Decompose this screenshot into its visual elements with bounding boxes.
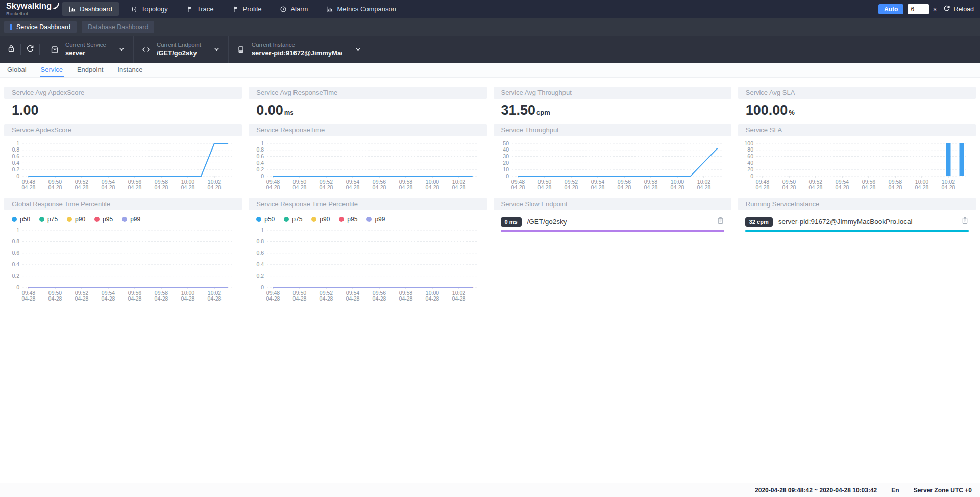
- selector-current-service[interactable]: Current Serviceserver: [42, 36, 133, 63]
- chart-service-responsetime: 00.20.40.60.8109:4804-2809:5004-2809:520…: [249, 140, 486, 193]
- reload-button[interactable]: Reload: [943, 5, 974, 13]
- svg-text:0.8: 0.8: [257, 238, 264, 244]
- clipboard-icon: [717, 217, 724, 227]
- svg-text:10:0004-28: 10:0004-28: [670, 179, 684, 190]
- svg-text:0.8: 0.8: [12, 238, 19, 244]
- svg-text:0.6: 0.6: [12, 153, 19, 159]
- chart-card-service-throughput: Service Throughput0102030405009:4804-280…: [494, 124, 731, 193]
- svg-text:09:5204-28: 09:5204-28: [320, 179, 333, 190]
- chart-icon: [326, 6, 333, 13]
- chevron-down-icon: [118, 46, 125, 53]
- dash-tab-database-dashboard[interactable]: Database Dashboard: [82, 21, 154, 33]
- nav-item-label: Alarm: [290, 5, 308, 13]
- active-tab-marker: [10, 24, 12, 30]
- svg-text:0.6: 0.6: [257, 153, 264, 159]
- item-underline-bar: [745, 230, 969, 232]
- svg-text:09:4804-28: 09:4804-28: [266, 290, 280, 302]
- nav-item-label: Profile: [243, 5, 262, 13]
- svg-text:0.4: 0.4: [12, 160, 19, 166]
- metric-unit: %: [789, 109, 795, 116]
- view-tab-global[interactable]: Global: [7, 66, 27, 77]
- legend-dot: [94, 217, 100, 222]
- legend-dot: [339, 217, 344, 222]
- legend-label: p99: [375, 216, 385, 223]
- legend-label: p90: [320, 216, 330, 223]
- chart-service-sla: 02040608010009:4804-2809:5004-2809:5204-…: [738, 140, 976, 193]
- nav-item-topology[interactable]: Topology: [124, 2, 175, 16]
- view-tab-endpoint[interactable]: Endpoint: [77, 66, 103, 77]
- svg-text:0: 0: [16, 284, 19, 290]
- reload-interval-input[interactable]: [908, 4, 929, 14]
- nav-item-alarm[interactable]: Alarm: [273, 2, 315, 16]
- nav-item-dashboard[interactable]: Dashboard: [62, 2, 119, 16]
- svg-text:09:5404-28: 09:5404-28: [102, 290, 115, 302]
- legend-item-p90[interactable]: p90: [311, 216, 330, 223]
- language-selector[interactable]: En: [891, 487, 899, 494]
- metric-card-service-avg-apdexscore: Service Avg ApdexScore1.00: [4, 87, 242, 119]
- selector-value: /GET/go2sky: [157, 49, 201, 57]
- svg-text:20: 20: [747, 166, 753, 172]
- legend-item-p99[interactable]: p99: [122, 216, 140, 223]
- svg-text:1: 1: [261, 227, 264, 233]
- legend-item-p90[interactable]: p90: [67, 216, 85, 223]
- svg-text:50: 50: [503, 140, 509, 146]
- lock-button[interactable]: [2, 36, 20, 63]
- svg-text:09:5604-28: 09:5604-28: [862, 179, 875, 190]
- copy-button[interactable]: [717, 217, 724, 227]
- view-tab-instance[interactable]: Instance: [117, 66, 142, 77]
- svg-text:1: 1: [261, 140, 264, 146]
- dash-tab-label: Service Dashboard: [16, 23, 70, 31]
- legend-item-p75[interactable]: p75: [284, 216, 302, 223]
- svg-text:0.2: 0.2: [12, 272, 19, 279]
- svg-text:0: 0: [261, 284, 264, 290]
- selector-groups: Current ServiceserverCurrent Endpoint/GE…: [42, 36, 370, 63]
- copy-button[interactable]: [961, 217, 969, 227]
- legend-item-p75[interactable]: p75: [39, 216, 58, 223]
- svg-text:09:5404-28: 09:5404-28: [346, 290, 360, 302]
- legend-label: p95: [103, 216, 113, 223]
- legend-dot: [39, 217, 44, 222]
- service-icon: [51, 45, 59, 54]
- nav-item-metrics-comparison[interactable]: Metrics Comparison: [319, 2, 403, 16]
- legend-item-p99[interactable]: p99: [366, 216, 385, 223]
- selector-current-instance[interactable]: Current Instanceserver-pid:91672@JimmyMa…: [228, 36, 370, 63]
- list-item: 0 ms/GET/go2sky: [501, 217, 724, 227]
- card-title: Service Avg Throughput: [494, 87, 731, 99]
- auto-reload-button[interactable]: Auto: [878, 4, 903, 14]
- refresh-button[interactable]: [21, 36, 39, 63]
- value-badge: 32 cpm: [745, 217, 773, 227]
- nav-item-label: Topology: [141, 5, 168, 13]
- svg-text:0: 0: [261, 173, 264, 179]
- nav-item-trace[interactable]: Trace: [179, 2, 221, 16]
- card-title: Service Slow Endpoint: [494, 198, 731, 210]
- metric-value: 1.00: [12, 103, 39, 118]
- svg-text:09:5804-28: 09:5804-28: [155, 290, 168, 302]
- app-subtitle: Rocketbot: [6, 11, 52, 16]
- svg-text:09:5404-28: 09:5404-28: [102, 179, 115, 190]
- legend-item-p95[interactable]: p95: [94, 216, 113, 223]
- svg-text:40: 40: [503, 146, 509, 153]
- legend-item-p50[interactable]: p50: [12, 216, 30, 223]
- nav-item-profile[interactable]: Profile: [225, 2, 269, 16]
- svg-text:09:5804-28: 09:5804-28: [399, 179, 413, 190]
- app-logo[interactable]: Skywalking Rocketbot: [6, 2, 52, 16]
- selector-value: server: [65, 49, 106, 57]
- chart-global-response-time-percentile: 00.20.40.60.8109:4804-2809:5004-2809:520…: [4, 227, 242, 305]
- legend-label: p99: [130, 216, 140, 223]
- metric-card-service-avg-sla: Service Avg SLA100.00%: [738, 87, 976, 119]
- svg-text:09:4804-28: 09:4804-28: [22, 290, 36, 302]
- svg-text:09:5204-28: 09:5204-28: [75, 290, 89, 302]
- legend-item-p50[interactable]: p50: [256, 216, 275, 223]
- svg-text:0.2: 0.2: [257, 166, 264, 172]
- legend-item-p95[interactable]: p95: [339, 216, 357, 223]
- view-tab-service[interactable]: Service: [41, 66, 63, 77]
- svg-text:0.6: 0.6: [12, 250, 19, 256]
- svg-text:09:5604-28: 09:5604-28: [373, 290, 386, 302]
- svg-text:10:0004-28: 10:0004-28: [915, 179, 928, 190]
- dashboard-grid: Service Avg ApdexScore1.00Service Avg Re…: [0, 78, 980, 305]
- dash-tab-service-dashboard[interactable]: Service Dashboard: [4, 21, 77, 33]
- selector-current-endpoint[interactable]: Current Endpoint/GET/go2sky: [133, 36, 228, 63]
- svg-text:80: 80: [747, 146, 753, 153]
- chart-card-service-sla: Service SLA02040608010009:4804-2809:5004…: [738, 124, 976, 193]
- svg-text:09:5804-28: 09:5804-28: [644, 179, 657, 190]
